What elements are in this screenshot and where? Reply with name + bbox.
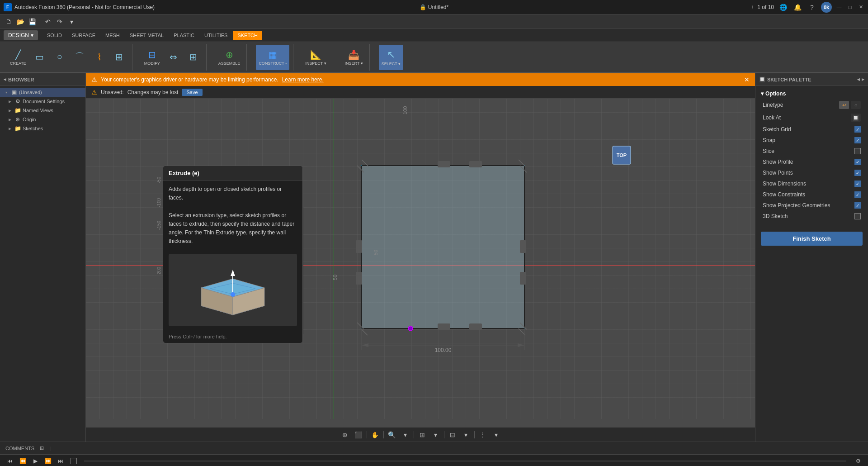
linetype-dashed-button[interactable]: ○ xyxy=(851,101,861,109)
tree-toggle-doc[interactable]: ▶ xyxy=(7,99,13,104)
create-line-button[interactable]: ╱ CREATE xyxy=(7,45,29,70)
anim-prev-button[interactable]: ⏪ xyxy=(18,456,27,466)
canvas-area[interactable]: ⚠ Your computer's graphics driver or har… xyxy=(86,73,755,442)
offset-button[interactable]: ⊟ MODIFY xyxy=(142,45,163,70)
sketch-grid-checkbox[interactable] xyxy=(854,126,861,133)
show-projected-checkbox[interactable] xyxy=(854,202,861,209)
show-constraints-checkbox[interactable] xyxy=(854,191,861,198)
save-document-button[interactable]: Save xyxy=(182,89,202,96)
circle-button[interactable]: ○ xyxy=(51,45,69,70)
inspect-button[interactable]: 📐 INSPECT ▾ xyxy=(302,45,329,70)
tab-sketch[interactable]: SKETCH xyxy=(233,31,262,40)
slice-checkbox[interactable] xyxy=(854,148,861,154)
sketch-rect-main[interactable] xyxy=(362,166,524,328)
construct-button[interactable]: ▦ CONSTRUCT - xyxy=(256,45,289,70)
undo-dropdown[interactable]: ▾ xyxy=(66,17,76,27)
warning-close-button[interactable]: ✕ xyxy=(744,76,750,83)
slice-label: Slice xyxy=(763,148,774,154)
sketches-icon: 📁 xyxy=(14,125,21,132)
zoom-dropdown[interactable]: ▾ xyxy=(400,429,411,440)
undo-button[interactable]: ↶ xyxy=(43,17,53,27)
anim-next-button[interactable]: ⏩ xyxy=(43,456,52,466)
new-button[interactable]: 🗋 xyxy=(4,17,14,27)
tab-plastic[interactable]: PLASTIC xyxy=(169,31,199,40)
network-icon[interactable]: 🌐 xyxy=(778,2,788,13)
display-settings-dropdown[interactable]: ▾ xyxy=(430,429,441,440)
settings-icon[interactable]: ⚙ xyxy=(854,456,863,466)
view-settings-button[interactable]: ⋮ xyxy=(477,429,488,440)
anim-last-button[interactable]: ⏭ xyxy=(56,456,65,466)
rectangle-button[interactable]: ▭ xyxy=(31,45,49,70)
tree-item-sketches[interactable]: ▶ 📁 Sketches xyxy=(0,124,85,133)
sketch-point[interactable] xyxy=(408,326,413,331)
display-button[interactable]: ⬛ xyxy=(353,429,364,440)
view-cube[interactable]: TOP xyxy=(606,139,637,171)
redo-button[interactable]: ↷ xyxy=(55,17,65,27)
display-settings-button[interactable]: ⊞ xyxy=(417,429,428,440)
tab-utilities[interactable]: UTILITIES xyxy=(200,31,232,40)
open-button[interactable]: 📂 xyxy=(15,17,25,27)
tree-toggle-named-views[interactable]: ▶ xyxy=(7,108,13,113)
plus-icon[interactable]: ＋ xyxy=(750,3,755,11)
grid-settings-button[interactable]: ⊟ xyxy=(447,429,458,440)
assemble-button[interactable]: ⊕ ASSEMBLE xyxy=(216,45,243,70)
show-profile-checkbox[interactable] xyxy=(854,159,861,165)
3d-sketch-checkbox[interactable] xyxy=(854,213,861,219)
zoom-button[interactable]: 🔍 xyxy=(387,429,397,440)
snap-button[interactable]: ⊕ xyxy=(340,429,350,440)
browser-collapse-icon[interactable]: ◂ xyxy=(4,76,6,82)
pattern-button[interactable]: ⊞ xyxy=(184,45,203,70)
help-icon[interactable]: ? xyxy=(807,2,817,13)
linetype-solid-button[interactable]: ↩ xyxy=(839,101,849,109)
close-button[interactable]: ✕ xyxy=(857,4,864,11)
save-button[interactable]: 💾 xyxy=(27,17,37,27)
lookat-button[interactable]: 🔲 xyxy=(851,114,861,122)
palette-section-header[interactable]: ▾ Options xyxy=(755,89,868,99)
tree-item-named-views[interactable]: ▶ 📁 Named Views xyxy=(0,106,85,115)
show-dimensions-checkbox[interactable] xyxy=(854,181,861,187)
minimize-button[interactable]: — xyxy=(835,4,843,11)
anim-play-button[interactable]: ▶ xyxy=(31,456,40,466)
timeline[interactable] xyxy=(84,461,846,461)
tree-item-origin[interactable]: ▶ ⊕ Origin xyxy=(0,115,85,124)
arc-button[interactable]: ⌒ xyxy=(71,45,89,70)
unsaved-warning-icon: ⚠ xyxy=(91,89,97,96)
palette-expand-icon[interactable]: ▸ xyxy=(862,76,864,82)
tree-toggle-origin[interactable]: ▶ xyxy=(7,117,13,122)
tree-item-unsaved[interactable]: ▾ ▣ (Unsaved) xyxy=(0,88,85,97)
maximize-button[interactable]: □ xyxy=(846,4,854,11)
assemble-label: ASSEMBLE xyxy=(218,61,241,66)
notification-icon[interactable]: 🔔 xyxy=(792,2,803,13)
palette-row-show-projected: Show Projected Geometries xyxy=(755,200,868,211)
view-settings-dropdown[interactable]: ▾ xyxy=(491,429,502,440)
inspect-group: 📐 INSPECT ▾ xyxy=(299,44,333,71)
tab-mesh[interactable]: MESH xyxy=(101,31,124,40)
select-button[interactable]: ↖ SELECT ▾ xyxy=(379,45,403,70)
snap-checkbox[interactable] xyxy=(854,137,861,143)
tree-item-doc-settings[interactable]: ▶ ⚙ Document Settings xyxy=(0,97,85,106)
show-points-checkbox[interactable] xyxy=(854,170,861,176)
tree-toggle-unsaved[interactable]: ▾ xyxy=(4,90,9,95)
mirror-button[interactable]: ⇔ xyxy=(165,45,183,70)
design-button[interactable]: DESIGN ▾ xyxy=(4,30,38,40)
tree-toggle-sketches[interactable]: ▶ xyxy=(7,126,13,131)
tab-surface[interactable]: SURFACE xyxy=(67,31,100,40)
user-avatar[interactable]: 0k xyxy=(821,2,832,13)
finish-sketch-button[interactable]: Finish Sketch xyxy=(761,232,863,246)
palette-row-linetype: Linetype ↩ ○ xyxy=(755,99,868,111)
sketch-canvas[interactable]: 100 80.00 100.00 50 xyxy=(86,99,755,419)
insert-button[interactable]: 📥 INSERT ▾ xyxy=(342,45,366,70)
tab-sheet-metal[interactable]: SHEET METAL xyxy=(125,31,168,40)
grid-dropdown[interactable]: ▾ xyxy=(461,429,472,440)
more-create-button[interactable]: ⊞ xyxy=(110,45,128,70)
pan-button[interactable]: ✋ xyxy=(370,429,381,440)
tab-solid[interactable]: SOLID xyxy=(42,31,66,40)
comments-expand-icon[interactable]: ⊞ xyxy=(40,445,44,451)
palette-collapse-icon[interactable]: ◂ xyxy=(857,76,860,82)
spline-button[interactable]: ⌇ xyxy=(90,45,108,70)
app-title: Autodesk Fusion 360 (Personal - Not for … xyxy=(14,4,155,10)
anim-first-button[interactable]: ⏮ xyxy=(5,456,14,466)
section-title: Options xyxy=(765,90,786,97)
learn-more-link[interactable]: Learn more here. xyxy=(282,76,324,83)
tooltip-footer: Press Ctrl+/ for more help. xyxy=(163,330,302,343)
